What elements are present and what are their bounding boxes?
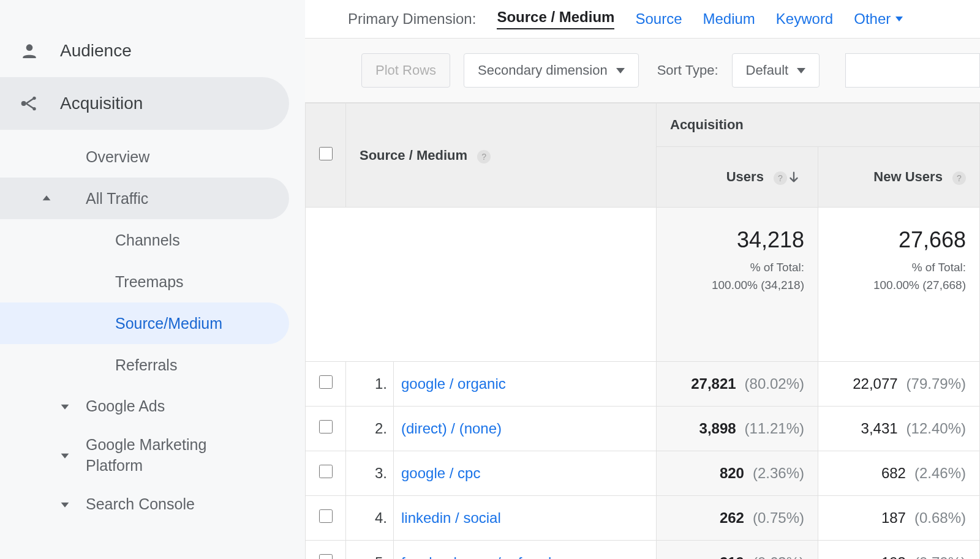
row-index: 1. (346, 362, 394, 407)
svg-point-3 (32, 107, 36, 110)
row-index: 3. (346, 451, 394, 496)
row-users: 262(0.75%) (657, 496, 818, 541)
main-content: Primary Dimension: Source / Medium Sourc… (305, 0, 980, 559)
row-source-medium-link[interactable]: (direct) / (none) (394, 407, 657, 451)
acquisition-icon (20, 94, 39, 113)
row-users: 219(0.63%) (657, 541, 818, 560)
sidebar-item-label: Treemaps (115, 273, 184, 291)
chevron-down-icon (797, 68, 805, 73)
row-new-users: 22,077(79.79%) (818, 362, 980, 407)
row-new-users: 3,431(12.40%) (818, 407, 980, 451)
row-checkbox-cell (306, 496, 346, 541)
summary-users-total: 34,218 (670, 223, 804, 257)
row-checkbox-cell (306, 407, 346, 451)
sidebar-item-treemaps[interactable]: Treemaps (0, 261, 289, 302)
chevron-down-icon (895, 17, 903, 21)
summary-row: 34,218 % of Total: 100.00% (34,218) 27,6… (306, 208, 980, 362)
sidebar-item-label: Source/Medium (115, 315, 222, 332)
table-row: 1.google / organic27,821(80.02%)22,077(7… (306, 362, 980, 407)
row-checkbox-cell (306, 541, 346, 560)
svg-point-1 (21, 101, 26, 106)
dimension-keyword[interactable]: Keyword (776, 10, 833, 28)
help-icon[interactable]: ? (477, 150, 491, 163)
sidebar-item-audience[interactable]: Audience (0, 24, 289, 77)
table-row: 5.facebook.com / referral219(0.63%)193(0… (306, 541, 980, 560)
dimension-source-medium[interactable]: Source / Medium (497, 9, 614, 29)
sidebar-item-label: Referrals (115, 356, 177, 374)
dimension-source[interactable]: Source (635, 10, 682, 28)
col-new-users-header[interactable]: New Users ? (818, 147, 980, 208)
row-checkbox[interactable] (319, 375, 333, 389)
table-row: 4.linkedin / social262(0.75%)187(0.68%) (306, 496, 980, 541)
svg-point-2 (32, 97, 36, 100)
row-users: 3,898(11.21%) (657, 407, 818, 451)
sidebar-item-all-traffic[interactable]: All Traffic (0, 178, 289, 219)
sidebar-item-search-console[interactable]: Search Console (0, 484, 289, 525)
controls-bar: Plot Rows Secondary dimension Sort Type:… (305, 39, 980, 103)
svg-point-0 (26, 44, 33, 51)
summary-empty (306, 208, 657, 362)
person-icon (20, 41, 39, 61)
row-source-medium-link[interactable]: linkedin / social (394, 496, 657, 541)
sidebar-item-source-medium[interactable]: Source/Medium (0, 302, 289, 344)
chevron-down-icon (60, 500, 70, 509)
acquisition-submenu: Overview All Traffic Channels Treemaps S… (0, 130, 305, 525)
plot-rows-button[interactable]: Plot Rows (361, 53, 450, 88)
row-checkbox[interactable] (319, 465, 333, 478)
sidebar-item-channels[interactable]: Channels (0, 219, 289, 261)
secondary-dimension-label: Secondary dimension (478, 62, 608, 78)
row-checkbox[interactable] (319, 509, 333, 523)
summary-new-users-sub2: 100.00% (27,668) (873, 279, 966, 291)
sort-type-value: Default (746, 62, 789, 78)
row-users: 820(2.36%) (657, 451, 818, 496)
primary-dimension-bar: Primary Dimension: Source / Medium Sourc… (305, 0, 980, 39)
sidebar-item-label: Acquisition (60, 94, 143, 113)
help-icon[interactable]: ? (952, 171, 966, 185)
help-icon[interactable]: ? (774, 171, 787, 185)
search-input[interactable] (845, 53, 980, 88)
col-group-acquisition-label: Acquisition (670, 117, 744, 132)
row-checkbox[interactable] (319, 420, 333, 433)
row-checkbox-cell (306, 362, 346, 407)
row-new-users: 682(2.46%) (818, 451, 980, 496)
select-all-checkbox[interactable] (319, 147, 333, 160)
sidebar-item-google-ads[interactable]: Google Ads (0, 386, 289, 427)
row-source-medium-link[interactable]: google / cpc (394, 451, 657, 496)
sidebar-item-label: All Traffic (86, 190, 148, 208)
sidebar-item-overview[interactable]: Overview (0, 136, 289, 178)
chevron-down-icon (60, 402, 70, 411)
sidebar-item-label: Search Console (60, 494, 195, 515)
col-users-header[interactable]: Users ? (657, 147, 818, 208)
sidebar: Audience Acquisition Overview All Traffi… (0, 0, 305, 559)
dimension-medium[interactable]: Medium (703, 10, 755, 28)
row-index: 5. (346, 541, 394, 560)
chevron-down-icon (60, 451, 70, 460)
chevron-up-icon (42, 193, 51, 203)
sidebar-item-label: Google Marketing Platform (60, 435, 262, 476)
secondary-dimension-button[interactable]: Secondary dimension (464, 53, 639, 88)
row-source-medium-link[interactable]: facebook.com / referral (394, 541, 657, 560)
sidebar-item-gmp[interactable]: Google Marketing Platform (0, 427, 289, 484)
row-checkbox-cell (306, 451, 346, 496)
table-wrap: Source / Medium ? Acquisition Users ? (305, 103, 980, 559)
col-source-medium-label: Source / Medium (360, 148, 467, 163)
row-index: 4. (346, 496, 394, 541)
dimension-other-label: Other (854, 10, 891, 28)
sidebar-item-label: Channels (115, 231, 180, 249)
row-source-medium-link[interactable]: google / organic (394, 362, 657, 407)
chevron-down-icon (616, 68, 625, 73)
summary-users-sub1: % of Total: (750, 261, 804, 274)
col-users-label: Users (726, 169, 764, 184)
col-new-users-label: New Users (873, 169, 943, 184)
table-row: 2.(direct) / (none)3,898(11.21%)3,431(12… (306, 407, 980, 451)
summary-users: 34,218 % of Total: 100.00% (34,218) (657, 208, 818, 362)
sidebar-item-acquisition[interactable]: Acquisition (0, 77, 289, 130)
sidebar-item-referrals[interactable]: Referrals (0, 344, 289, 386)
summary-users-sub2: 100.00% (34,218) (712, 279, 804, 291)
dimension-other[interactable]: Other (854, 10, 903, 28)
col-source-medium-header[interactable]: Source / Medium ? (346, 103, 657, 208)
row-checkbox[interactable] (319, 554, 333, 559)
sort-type-button[interactable]: Default (732, 53, 820, 88)
table-row: 3.google / cpc820(2.36%)682(2.46%) (306, 451, 980, 496)
summary-new-users-total: 27,668 (832, 223, 966, 257)
